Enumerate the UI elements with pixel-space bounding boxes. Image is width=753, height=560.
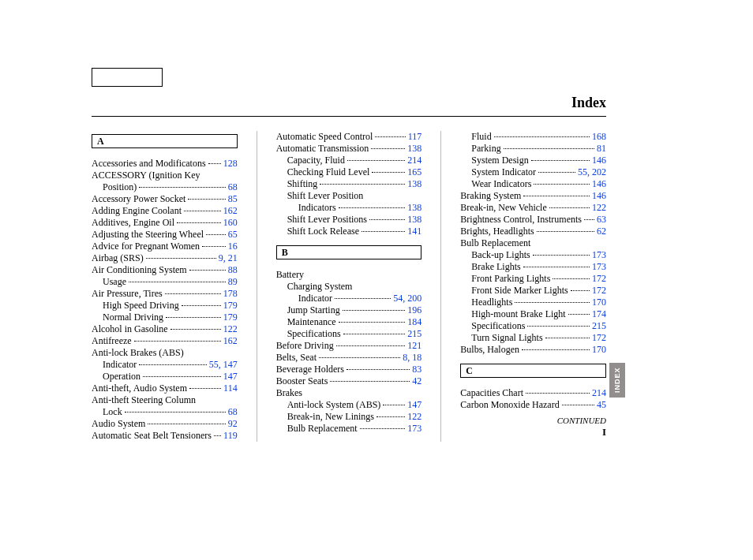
index-entry: Anti-lock System (ABS)147 [276, 399, 422, 411]
page-link[interactable]: 128 [223, 158, 238, 170]
page-link[interactable]: 119 [223, 430, 238, 442]
page-link[interactable]: 54, 200 [393, 293, 421, 304]
index-entry: Shift Lever Positions138 [276, 214, 422, 226]
index-entry: Charging System [276, 281, 422, 293]
page-link[interactable]: 179 [223, 312, 238, 323]
page-link[interactable]: 214 [592, 387, 606, 399]
page-link[interactable]: 146 [592, 190, 606, 202]
leader-dots [189, 388, 221, 389]
page-link[interactable]: 9, 21 [219, 252, 238, 264]
entry-label: Audio System [92, 418, 145, 430]
page-link[interactable]: 147 [407, 399, 421, 411]
page-link[interactable]: 146 [592, 178, 606, 190]
leader-dots [170, 329, 221, 330]
page-link[interactable]: 8, 18 [403, 352, 421, 364]
leader-dots [584, 219, 594, 220]
index-entry: Automatic Seat Belt Tensioners119 [92, 430, 238, 442]
entry-label: Additives, Engine Oil [92, 217, 174, 229]
entry-label: Shift Lever Position [287, 190, 364, 202]
entry-label: Air Pressure, Tires [92, 288, 163, 300]
leader-dots [320, 184, 405, 185]
page-link[interactable]: 16 [228, 241, 238, 252]
index-entry: Bulb Replacement [460, 237, 606, 249]
index-entry: Brakes [276, 387, 422, 399]
index-entry: Front Parking Lights172 [460, 273, 606, 285]
spacer [276, 237, 422, 242]
page-link[interactable]: 65 [228, 229, 238, 241]
page-link[interactable]: 68 [228, 406, 238, 418]
page-link[interactable]: 45 [597, 399, 606, 411]
page-link[interactable]: 92 [228, 418, 238, 430]
column-1: AAccessories and Modificatons128ACCESSOR… [92, 131, 238, 442]
page-link[interactable]: 138 [407, 178, 421, 190]
page-link[interactable]: 138 [407, 202, 421, 214]
page-link[interactable]: 160 [223, 217, 238, 229]
page-link[interactable]: 170 [592, 344, 606, 356]
page-link[interactable]: 89 [228, 276, 238, 288]
page-link[interactable]: 83 [412, 364, 421, 375]
index-entry: Braking System146 [460, 190, 606, 202]
page-link[interactable]: 121 [407, 340, 421, 352]
page-link[interactable]: 122 [223, 323, 238, 335]
leader-dots [148, 424, 225, 424]
page-link[interactable]: 215 [407, 328, 421, 340]
page-link[interactable]: 165 [407, 166, 421, 178]
entry-label: Specifications [471, 320, 525, 332]
section-letter: B [276, 245, 422, 259]
page-link[interactable]: 55, 147 [209, 359, 238, 371]
page-link[interactable]: 178 [223, 288, 238, 300]
page-link[interactable]: 147 [223, 371, 238, 383]
page-link[interactable]: 138 [407, 143, 421, 155]
entry-label: Before Driving [276, 340, 334, 352]
page-link[interactable]: 173 [407, 423, 421, 435]
leader-dots [336, 345, 406, 346]
page-link[interactable]: 62 [597, 226, 606, 237]
page-link[interactable]: 214 [407, 155, 421, 166]
entry-label: Booster Seats [276, 375, 328, 387]
page-link[interactable]: 173 [592, 249, 606, 261]
page-link[interactable]: 117 [408, 131, 422, 143]
page-link[interactable]: 184 [407, 316, 421, 328]
leader-dots [494, 136, 590, 137]
page-link[interactable]: 88 [228, 264, 238, 276]
page-number: I [602, 426, 606, 439]
page-link[interactable]: 170 [592, 297, 606, 308]
page-link[interactable]: 172 [592, 273, 606, 285]
header-box [92, 68, 163, 87]
page-link[interactable]: 172 [592, 285, 606, 297]
page-link[interactable]: 179 [223, 300, 238, 312]
entry-label: Front Parking Lights [471, 273, 550, 285]
page-link[interactable]: 122 [592, 202, 606, 214]
page-link[interactable]: 122 [407, 411, 421, 423]
index-entry: Advice for Pregnant Women16 [92, 241, 238, 252]
page-link[interactable]: 172 [592, 332, 606, 344]
page-link[interactable]: 146 [592, 155, 606, 166]
page-link[interactable]: 68 [228, 181, 238, 193]
index-entry: Jump Starting196 [276, 304, 422, 316]
leader-dots [383, 405, 405, 405]
page-link[interactable]: 114 [223, 383, 238, 394]
entry-label: Carbon Monoxide Hazard [460, 399, 559, 411]
page-link[interactable]: 85 [228, 193, 238, 205]
leader-dots [182, 305, 221, 306]
page-link[interactable]: 55, 202 [578, 166, 606, 178]
leader-dots [347, 369, 410, 370]
page-link[interactable]: 141 [407, 226, 421, 237]
page-link[interactable]: 168 [592, 131, 606, 143]
page-link[interactable]: 81 [597, 143, 606, 155]
page-link[interactable]: 173 [592, 261, 606, 273]
page-link[interactable]: 162 [223, 205, 238, 217]
entry-label: Anti-lock System (ABS) [287, 399, 381, 411]
page-link[interactable]: 162 [223, 335, 238, 347]
page-link[interactable]: 138 [407, 214, 421, 226]
entry-label: Front Side Marker Lights [471, 285, 568, 297]
page-link[interactable]: 196 [407, 304, 421, 316]
page-link[interactable]: 174 [592, 308, 606, 320]
page-link[interactable]: 63 [597, 214, 606, 226]
entry-label: Usage [103, 276, 126, 288]
page-link[interactable]: 215 [592, 320, 606, 332]
index-entry: Fluid168 [460, 131, 606, 143]
page-link[interactable]: 42 [412, 375, 421, 387]
index-entry: Before Driving121 [276, 340, 422, 352]
leader-dots [184, 211, 221, 211]
